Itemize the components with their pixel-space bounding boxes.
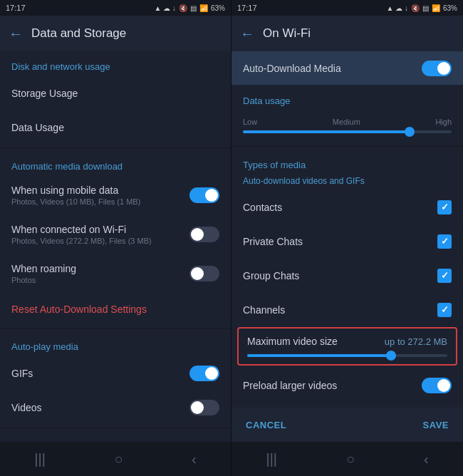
disk-network-header: Disk and network usage — [0, 51, 231, 76]
cancel-button[interactable]: CANCEL — [246, 420, 286, 430]
slider-high-label: High — [435, 118, 452, 126]
roaming-label: When roaming — [11, 263, 76, 274]
data-usage-slider-thumb[interactable] — [405, 127, 415, 137]
left-nav-menu[interactable]: ||| — [34, 451, 46, 467]
slider-labels: Low Medium High — [243, 118, 452, 126]
right-nav-back[interactable]: ‹ — [424, 451, 429, 467]
roaming-toggle-knob — [191, 267, 204, 280]
left-status-bar: 17:17 ▲ ☁ ↓ 🔇 ▤ 📶 63% — [0, 0, 231, 16]
max-video-size-section: Maximum video size up to 272.2 MB — [237, 327, 457, 366]
data-usage-slider-fill — [243, 130, 410, 133]
right-nav-home[interactable]: ○ — [346, 451, 355, 467]
wifi-item[interactable]: When connected on Wi-Fi Photos, Videos (… — [0, 215, 231, 254]
mobile-data-toggle-knob — [205, 189, 218, 202]
private-chats-checkbox[interactable]: ✓ — [437, 234, 452, 249]
videos-toggle[interactable] — [189, 400, 219, 415]
data-usage-item[interactable]: Data Usage — [0, 110, 231, 145]
preload-toggle-knob — [437, 379, 450, 392]
data-usage-slider-track[interactable] — [243, 130, 452, 133]
right-nav-menu[interactable]: ||| — [266, 451, 277, 467]
gif-toggle-knob — [205, 367, 218, 380]
right-panel: 17:17 ▲ ☁ ↓ 🔇 ▤ 📶 63% ← On Wi-Fi Auto-Do… — [232, 0, 463, 476]
contacts-checkbox[interactable]: ✓ — [437, 200, 452, 214]
auto-download-toggle[interactable] — [422, 61, 452, 76]
group-chats-check-icon: ✓ — [441, 270, 449, 281]
left-nav-bar: ||| ○ ‹ — [0, 442, 231, 476]
mobile-data-label: When using mobile data — [11, 185, 140, 196]
group-chats-label: Group Chats — [243, 270, 299, 281]
private-chats-checkbox-item[interactable]: Private Chats ✓ — [232, 224, 463, 259]
left-panel-title: Data and Storage — [31, 26, 126, 41]
channels-checkbox[interactable]: ✓ — [437, 303, 452, 317]
mobile-data-item[interactable]: When using mobile data Photos, Videos (1… — [0, 176, 231, 215]
storage-usage-item[interactable]: Storage Usage — [0, 76, 231, 110]
roaming-item[interactable]: When roaming Photos — [0, 254, 231, 294]
gif-toggle[interactable] — [189, 366, 219, 381]
right-panel-title: On Wi-Fi — [263, 26, 311, 41]
streaming-header: Streaming — [0, 431, 231, 442]
right-content: Auto-Download Media Data usage Low Mediu… — [232, 51, 463, 408]
left-nav-back[interactable]: ‹ — [192, 451, 197, 467]
save-button[interactable]: SAVE — [423, 420, 449, 430]
data-usage-label: Data Usage — [11, 122, 64, 133]
right-top-bar: ← On Wi-Fi — [232, 16, 463, 51]
videos-label: Videos — [11, 402, 42, 413]
reset-download-button[interactable]: Reset Auto-Download Settings — [0, 294, 231, 325]
preload-toggle[interactable] — [422, 378, 452, 393]
group-chats-checkbox[interactable]: ✓ — [437, 269, 452, 283]
auto-download-media-label: Auto-Download Media — [243, 63, 341, 74]
auto-download-sub-header: Auto-download videos and GIFs — [232, 175, 463, 190]
data-usage-slider-section: Low Medium High — [232, 110, 463, 143]
max-video-label: Maximum video size — [247, 336, 338, 347]
max-video-slider-thumb[interactable] — [386, 351, 396, 361]
contacts-checkbox-item[interactable]: Contacts ✓ — [232, 190, 463, 224]
right-nav-bar: ||| ○ ‹ — [232, 442, 463, 476]
divider-3 — [0, 428, 231, 428]
left-time: 17:17 — [6, 4, 26, 12]
preload-description: Preload the first few seconds (1-2 MB) o… — [232, 403, 463, 408]
data-usage-section-header: Data usage — [232, 86, 463, 110]
auto-download-toggle-knob — [437, 62, 450, 75]
videos-item[interactable]: Videos — [0, 390, 231, 425]
right-footer-actions: CANCEL SAVE — [232, 408, 463, 442]
auto-download-media-item[interactable]: Auto-Download Media — [232, 51, 463, 86]
channels-label: Channels — [243, 304, 285, 316]
left-panel: 17:17 ▲ ☁ ↓ 🔇 ▤ 📶 63% ← Data and Storage… — [0, 0, 232, 476]
contacts-check-icon: ✓ — [441, 202, 449, 212]
left-top-bar: ← Data and Storage — [0, 16, 231, 51]
mobile-data-sub: Photos, Videos (10 MB), Files (1 MB) — [11, 197, 140, 206]
gif-label: GIFs — [11, 368, 33, 379]
wifi-label: When connected on Wi-Fi — [11, 224, 152, 235]
slider-low-label: Low — [243, 118, 257, 126]
max-video-slider-track[interactable] — [247, 354, 447, 357]
gif-item[interactable]: GIFs — [0, 356, 231, 390]
left-content: Disk and network usage Storage Usage Dat… — [0, 51, 231, 442]
left-back-button[interactable]: ← — [9, 26, 23, 42]
contacts-label: Contacts — [243, 202, 282, 213]
right-back-button[interactable]: ← — [240, 26, 254, 42]
slider-medium-label: Medium — [333, 118, 360, 126]
videos-toggle-knob — [191, 401, 204, 414]
private-chats-check-icon: ✓ — [441, 236, 449, 247]
storage-usage-label: Storage Usage — [11, 88, 78, 99]
left-nav-home[interactable]: ○ — [114, 451, 123, 467]
preload-item[interactable]: Preload larger videos — [232, 368, 463, 403]
preload-label: Preload larger videos — [243, 380, 337, 391]
roaming-toggle[interactable] — [189, 266, 219, 281]
autoplay-header: Auto-play media — [0, 331, 231, 356]
max-video-header: Maximum video size up to 272.2 MB — [247, 336, 447, 347]
right-time: 17:17 — [237, 4, 257, 12]
private-chats-label: Private Chats — [243, 236, 303, 247]
right-divider-1 — [232, 146, 463, 147]
wifi-toggle[interactable] — [189, 227, 219, 242]
group-chats-checkbox-item[interactable]: Group Chats ✓ — [232, 259, 463, 293]
wifi-toggle-knob — [191, 228, 204, 241]
right-status-bar: 17:17 ▲ ☁ ↓ 🔇 ▤ 📶 63% — [232, 0, 463, 16]
types-media-header: Types of media — [232, 150, 463, 175]
mobile-data-toggle[interactable] — [189, 187, 219, 203]
wifi-sub: Photos, Videos (272.2 MB), Files (3 MB) — [11, 237, 152, 245]
max-video-value: up to 272.2 MB — [385, 336, 447, 347]
channels-check-icon: ✓ — [441, 304, 449, 315]
divider-1 — [0, 148, 231, 148]
channels-checkbox-item[interactable]: Channels ✓ — [232, 293, 463, 327]
